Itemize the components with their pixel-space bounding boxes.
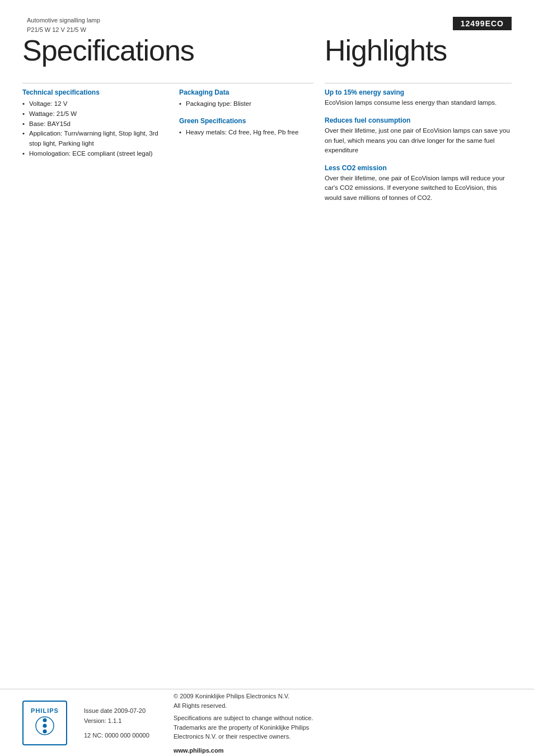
list-item: Packaging type: Blister [179,99,302,109]
highlight-item-2: Reduces fuel consumption Over their life… [325,116,512,155]
highlight-title-2: Reduces fuel consumption [325,116,512,124]
highlights-content: Up to 15% energy saving EcoVision lamps … [325,88,512,212]
philips-logo: PHILIPS [22,701,67,745]
product-type: Automotive signalling lamp [27,16,100,25]
highlight-item-1: Up to 15% energy saving EcoVision lamps … [325,88,512,108]
highlight-text-2: Over their lifetime, just one pair of Ec… [325,126,512,155]
left-content: Technical specifications Voltage: 12 V W… [22,88,313,167]
highlight-title-1: Up to 15% energy saving [325,88,512,96]
svg-point-2 [43,724,47,728]
svg-point-1 [43,718,47,722]
packaging-data-title: Packaging Data [179,88,302,96]
philips-brand-text: PHILIPS [31,707,59,714]
highlight-item-3: Less CO2 emission Over their lifetime, o… [325,164,512,203]
philips-logo-icon [31,716,59,738]
version: Version: 1.1.1 [84,717,157,724]
footer-dates: Issue date 2009-07-20 Version: 1.1.1 12 … [84,707,157,739]
technical-specs-list: Voltage: 12 V Wattage: 21/5 W Base: BAY1… [22,99,168,159]
list-item: Voltage: 12 V [22,99,168,109]
issue-date: Issue date 2009-07-20 [84,707,157,714]
highlights-title: Highlights [325,34,447,67]
divider-left [22,83,313,83]
list-item: Wattage: 21/5 W [22,109,168,119]
highlight-text-3: Over their lifetime, one pair of EcoVisi… [325,174,512,203]
technical-specs-column: Technical specifications Voltage: 12 V W… [22,88,168,167]
product-meta: Automotive signalling lamp P21/5 W 12 V … [27,16,100,34]
copyright-text: © 2009 Koninklijke Philips Electronics N… [174,692,512,710]
footer: PHILIPS Issue date 2009-07-20 Version: 1… [0,689,534,756]
website: www.philips.com [174,747,512,754]
technical-specs-title: Technical specifications [22,88,168,96]
packaging-green-column: Packaging Data Packaging type: Blister G… [179,88,302,167]
green-specs-list: Heavy metals: Cd free, Hg free, Pb free [179,128,302,138]
nc-number: 12 NC: 0000 000 00000 [84,732,157,739]
legal-text: Specifications are subject to change wit… [174,713,512,741]
list-item: Application: Turn/warning light, Stop li… [22,129,168,149]
packaging-list: Packaging type: Blister [179,99,302,109]
highlight-title-3: Less CO2 emission [325,164,512,172]
svg-point-3 [43,730,47,734]
list-item: Homologation: ECE compliant (street lega… [22,149,168,159]
list-item: Heavy metals: Cd free, Hg free, Pb free [179,128,302,138]
green-specs-title: Green Specifications [179,117,302,125]
list-item: Base: BAY15d [22,119,168,129]
highlight-text-1: EcoVision lamps consume less energy than… [325,98,512,108]
page-title: Specifications [22,34,194,67]
footer-legal: © 2009 Koninklijke Philips Electronics N… [174,692,512,754]
product-code-badge: 12499ECO [453,17,512,30]
divider-right [325,83,512,83]
product-model: P21/5 W 12 V 21/5 W [27,25,100,35]
